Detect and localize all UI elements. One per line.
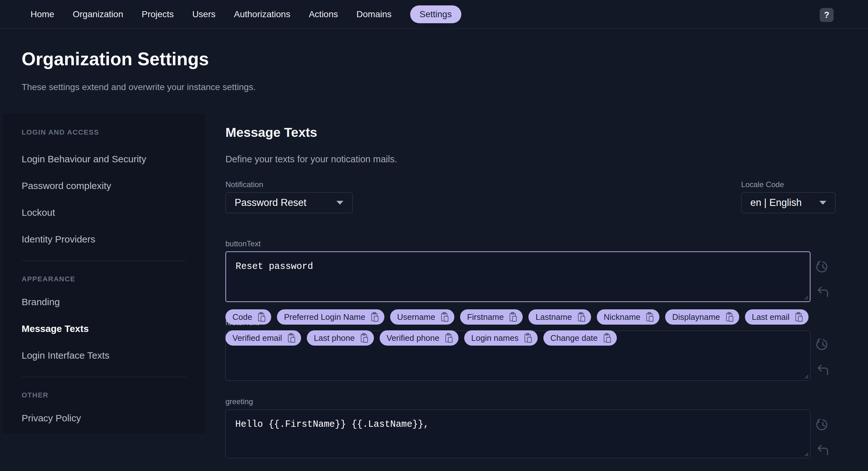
section-heading: Message Texts xyxy=(225,125,317,140)
chip-label: Verified phone xyxy=(386,333,439,343)
chip-label: Verified email xyxy=(232,333,282,343)
clipboard-icon xyxy=(360,333,369,343)
chip-code[interactable]: Code xyxy=(225,309,271,325)
locale-select[interactable]: en | English xyxy=(741,192,836,213)
chip-login-names[interactable]: Login names xyxy=(464,330,538,346)
nav-item-actions[interactable]: Actions xyxy=(309,9,338,20)
clipboard-icon xyxy=(603,333,612,343)
nav-item-projects[interactable]: Projects xyxy=(142,9,174,20)
greeting-label: greeting xyxy=(225,397,253,406)
sidebar-item-branding[interactable]: Branding xyxy=(22,297,205,307)
clipboard-icon xyxy=(444,333,454,343)
notification-select[interactable]: Password Reset xyxy=(225,192,352,213)
undo-icon[interactable] xyxy=(816,363,830,377)
resize-handle[interactable] xyxy=(803,294,808,300)
clipboard-icon xyxy=(577,312,586,322)
sidebar-divider xyxy=(22,377,186,377)
notification-label: Notification xyxy=(225,180,263,189)
top-nav-bar: Home Organization Projects Users Authori… xyxy=(0,0,868,29)
chip-lastname[interactable]: Lastname xyxy=(528,309,591,325)
chip-firstname[interactable]: Firstname xyxy=(460,309,523,325)
clipboard-icon xyxy=(645,312,654,322)
clipboard-icon xyxy=(725,312,734,322)
nav-item-home[interactable]: Home xyxy=(31,9,54,20)
greeting-textarea[interactable]: Hello {{.FirstName}} {{.LastName}}, xyxy=(226,410,810,458)
chip-nickname[interactable]: Nickname xyxy=(597,309,660,325)
page-subtitle: These settings extend and overwrite your… xyxy=(22,82,256,92)
clipboard-icon xyxy=(257,312,266,322)
chip-last-email[interactable]: Last email xyxy=(745,309,809,325)
page-title: Organization Settings xyxy=(22,48,209,69)
chip-label: Lastname xyxy=(535,312,572,322)
locale-code-label: Locale Code xyxy=(741,180,784,189)
sidebar-item-password-complexity[interactable]: Password complexity xyxy=(22,180,205,191)
sidebar-item-identity-providers[interactable]: Identity Providers xyxy=(22,234,205,245)
nav-item-users[interactable]: Users xyxy=(192,9,216,20)
chip-label: Change date xyxy=(550,333,598,343)
chip-label: Login names xyxy=(471,333,519,343)
nav-item-domains[interactable]: Domains xyxy=(356,9,392,20)
sidebar-item-message-texts[interactable]: Message Texts xyxy=(22,323,205,334)
resize-handle[interactable] xyxy=(803,373,809,379)
notification-selected-value: Password Reset xyxy=(235,197,324,208)
sidebar-item-login-interface-texts[interactable]: Login Interface Texts xyxy=(22,350,205,361)
section-description: Define your texts for your notication ma… xyxy=(225,154,397,165)
clipboard-icon xyxy=(509,312,518,322)
chip-label: Last phone xyxy=(314,333,355,343)
clipboard-icon xyxy=(287,333,296,343)
sidebar-divider xyxy=(22,261,186,261)
buttontext-textarea[interactable]: Reset password xyxy=(226,252,810,301)
greeting-field-wrap: Hello {{.FirstName}} {{.LastName}}, xyxy=(225,410,810,458)
chip-label: Last email xyxy=(752,312,790,322)
organization-settings-page: Home Organization Projects Users Authori… xyxy=(0,0,868,471)
sidebar-section-other: OTHER xyxy=(22,391,205,400)
chip-verified-phone[interactable]: Verified phone xyxy=(380,330,459,346)
chip-displayname[interactable]: Displayname xyxy=(665,309,739,325)
chip-label: Nickname xyxy=(604,312,641,322)
placeholder-chips: Code Preferred Login Name Username First… xyxy=(225,309,814,346)
help-button[interactable]: ? xyxy=(820,8,834,22)
sidebar-item-privacy-policy[interactable]: Privacy Policy xyxy=(22,413,205,423)
buttontext-field-wrap: Reset password xyxy=(225,252,810,302)
sidebar-item-login-behaviour[interactable]: Login Behaviour and Security xyxy=(22,154,205,165)
chip-preferred-login-name[interactable]: Preferred Login Name xyxy=(277,309,384,325)
chip-label: Firstname xyxy=(467,312,504,322)
chip-label: Preferred Login Name xyxy=(284,312,365,322)
chip-label: Displayname xyxy=(672,312,720,322)
main-nav: Home Organization Projects Users Authori… xyxy=(0,5,461,23)
resize-handle[interactable] xyxy=(803,451,809,457)
chevron-down-icon xyxy=(819,201,826,205)
nav-item-settings-active[interactable]: Settings xyxy=(410,5,461,23)
undo-icon[interactable] xyxy=(816,443,830,457)
chip-verified-email[interactable]: Verified email xyxy=(225,330,301,346)
nav-item-authorizations[interactable]: Authorizations xyxy=(234,9,290,20)
settings-sidebar: LOGIN AND ACCESS Login Behaviour and Sec… xyxy=(3,114,205,434)
chip-last-phone[interactable]: Last phone xyxy=(307,330,374,346)
clipboard-icon xyxy=(795,312,803,322)
chevron-down-icon xyxy=(336,201,343,205)
clipboard-icon xyxy=(370,312,379,322)
chip-change-date[interactable]: Change date xyxy=(544,330,617,346)
clipboard-icon xyxy=(440,312,449,322)
sidebar-section-appearance: APPEARANCE xyxy=(22,275,205,283)
history-icon[interactable] xyxy=(816,260,830,274)
chip-label: Code xyxy=(232,312,252,322)
chip-username[interactable]: Username xyxy=(390,309,454,325)
undo-icon[interactable] xyxy=(816,285,830,299)
sidebar-section-login-and-access: LOGIN AND ACCESS xyxy=(22,128,205,137)
history-icon[interactable] xyxy=(816,337,830,351)
buttontext-label: buttonText xyxy=(225,239,261,248)
sidebar-item-lockout[interactable]: Lockout xyxy=(22,207,205,218)
question-mark-icon: ? xyxy=(824,10,830,20)
history-icon[interactable] xyxy=(816,417,830,432)
clipboard-icon xyxy=(524,333,533,343)
nav-item-organization[interactable]: Organization xyxy=(73,9,123,20)
locale-selected-value: en | English xyxy=(750,197,814,208)
chip-label: Username xyxy=(397,312,435,322)
